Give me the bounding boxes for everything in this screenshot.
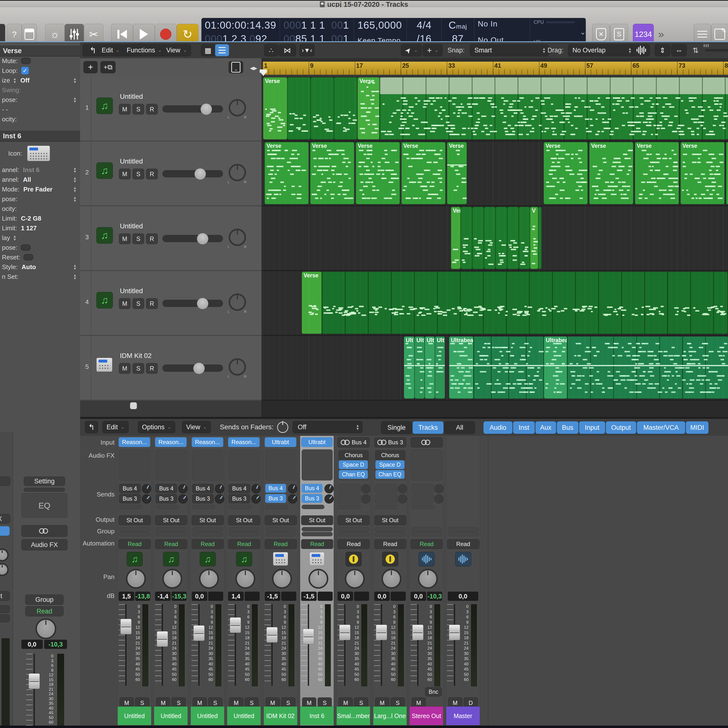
volume-fader[interactable] bbox=[229, 604, 242, 686]
catch-playhead-button[interactable]: ›▼‹ bbox=[300, 44, 315, 56]
track-param-row[interactable]: Style:Auto▲ ▼ bbox=[0, 262, 80, 272]
volume-fader[interactable] bbox=[301, 604, 315, 686]
midi-region[interactable]: Verse bbox=[358, 77, 380, 139]
edit-menu[interactable]: Edit⌄ bbox=[98, 44, 124, 56]
automation-mode-button[interactable]: Read bbox=[301, 539, 333, 549]
peak-value[interactable]: -15,3 bbox=[171, 592, 187, 601]
volume-fader[interactable] bbox=[448, 604, 461, 686]
audio-fx-box[interactable] bbox=[265, 450, 296, 480]
audio-fx-box[interactable] bbox=[119, 450, 150, 480]
channel-name-tile[interactable]: Untitled bbox=[154, 707, 188, 725]
record-enable-button[interactable]: R bbox=[146, 234, 158, 244]
solo-button[interactable]: S bbox=[133, 363, 144, 374]
mixer-channel-strip[interactable]: Reason...Bus 4Bus 3St OutRead♫1,5-13,803… bbox=[118, 436, 151, 726]
group-slot[interactable] bbox=[338, 527, 369, 531]
group-slot[interactable] bbox=[156, 527, 187, 531]
output-slot[interactable]: St Out bbox=[301, 515, 333, 525]
mixer-filter-aux[interactable]: Aux bbox=[535, 421, 556, 434]
region-param-value[interactable]: Off bbox=[20, 77, 30, 84]
midi-region[interactable] bbox=[726, 142, 728, 204]
group-slot[interactable] bbox=[301, 527, 333, 531]
volume-value[interactable]: -1,5 bbox=[301, 592, 317, 601]
send-slot[interactable]: Bus 4 bbox=[156, 484, 177, 493]
send-slot[interactable]: Bus 3 bbox=[229, 494, 250, 503]
pan-knob[interactable] bbox=[229, 99, 246, 116]
send-knob[interactable] bbox=[215, 484, 224, 493]
group-slot[interactable] bbox=[448, 527, 479, 531]
pan-knob[interactable] bbox=[345, 569, 365, 589]
bounce-button[interactable]: Bnc bbox=[425, 687, 442, 696]
audio-fx-box[interactable]: ChorusSpace DChan EQ bbox=[338, 450, 369, 480]
midi-region[interactable] bbox=[379, 77, 728, 139]
volume-value[interactable]: 0,0 bbox=[21, 640, 43, 649]
send-knob[interactable] bbox=[251, 484, 261, 493]
midi-region[interactable] bbox=[496, 207, 507, 269]
send-slot-empty[interactable] bbox=[411, 505, 434, 509]
track-param-row[interactable]: ocity: bbox=[0, 204, 80, 214]
fader-cap[interactable] bbox=[120, 619, 132, 634]
track-param-value[interactable]: 1 127 bbox=[21, 225, 37, 232]
mixer-filter-audio[interactable]: Audio bbox=[483, 421, 512, 434]
mixer-view-all[interactable]: All bbox=[444, 421, 475, 434]
audio-fx-slot[interactable]: Audio FX bbox=[21, 539, 67, 551]
pointer-tool-button[interactable]: ➤⌄ bbox=[401, 44, 422, 56]
cut-bar[interactable] bbox=[0, 605, 10, 613]
track-param-row[interactable]: Limit:C-2 G8 bbox=[0, 214, 80, 223]
track-param-value[interactable]: C-2 G8 bbox=[21, 215, 41, 222]
track-param-value[interactable]: Inst 6 bbox=[23, 166, 40, 174]
snap-dropdown[interactable]: Smart▲▼ bbox=[470, 44, 549, 56]
mixer-edit-menu[interactable]: Edit⌄ bbox=[102, 421, 128, 433]
volume-fader[interactable] bbox=[23, 654, 45, 726]
track-param-row[interactable]: Reset: bbox=[0, 252, 80, 262]
input-slot[interactable]: Ultrabt bbox=[301, 437, 333, 447]
cut-output-button[interactable]: t bbox=[0, 526, 10, 536]
cut-audio-fx-button[interactable]: X bbox=[0, 514, 10, 524]
arrange-area[interactable]: VerseVerseVerseVerseVerseVerseVerseVerse… bbox=[263, 75, 728, 401]
send-knob[interactable] bbox=[324, 494, 334, 503]
volume-value[interactable]: 0,0 bbox=[374, 592, 390, 601]
midi-region[interactable] bbox=[538, 207, 541, 269]
automation-mode-button[interactable]: Read bbox=[374, 539, 406, 549]
pan-knob[interactable] bbox=[35, 618, 56, 639]
loop-checkbox[interactable]: ✓ bbox=[21, 67, 29, 75]
audio-fx-plugin[interactable]: Chan EQ bbox=[339, 470, 368, 479]
track-header[interactable]: 5IDM Kit 02MSRLR bbox=[80, 336, 262, 401]
region-param-row[interactable]: pose:▲ ▼ bbox=[0, 95, 80, 105]
peak-value[interactable]: -10,3 bbox=[44, 640, 67, 649]
peak-value[interactable] bbox=[281, 592, 296, 601]
send-knob[interactable] bbox=[288, 484, 297, 493]
automation-mode-button[interactable]: Read bbox=[228, 539, 260, 549]
group-slot[interactable] bbox=[448, 532, 479, 536]
group-slot[interactable] bbox=[156, 532, 187, 536]
send-knob[interactable] bbox=[142, 484, 151, 493]
track-name[interactable]: Untitled bbox=[120, 287, 143, 295]
pan-knob[interactable] bbox=[236, 569, 255, 589]
record-enable-button[interactable]: R bbox=[146, 298, 158, 309]
toolbar-overflow-chevrons[interactable]: » bbox=[658, 28, 664, 40]
volume-fader[interactable] bbox=[265, 604, 279, 686]
input-slot[interactable]: Reason... bbox=[155, 437, 187, 447]
peak-value[interactable]: -10,3 bbox=[427, 592, 442, 601]
send-slot[interactable]: Bus 4 bbox=[229, 484, 250, 493]
sends-on-faders-power[interactable] bbox=[277, 422, 288, 434]
channel-name-tile[interactable]: Smal...mber bbox=[336, 707, 370, 725]
volume-fader[interactable] bbox=[338, 604, 352, 686]
send-knob[interactable] bbox=[178, 484, 188, 493]
midi-region[interactable] bbox=[310, 77, 334, 139]
group-slot[interactable] bbox=[229, 532, 260, 536]
mixer-channel-strip[interactable]: Read0,003691215182124303540455060MDMaste… bbox=[446, 436, 480, 726]
midi-region[interactable] bbox=[334, 77, 357, 139]
midi-region[interactable] bbox=[287, 77, 310, 139]
output-slot[interactable]: St Out bbox=[119, 515, 151, 525]
group-slot[interactable] bbox=[119, 527, 150, 531]
input-slot[interactable]: Reason... bbox=[192, 437, 223, 447]
audio-fx-plugin[interactable]: Chan EQ bbox=[375, 470, 405, 479]
peak-value[interactable] bbox=[245, 592, 260, 601]
audio-fx-box[interactable] bbox=[411, 450, 442, 480]
send-slot-empty[interactable] bbox=[119, 505, 142, 509]
audio-fx-box[interactable] bbox=[192, 450, 223, 480]
send-slot[interactable]: Bus 3 bbox=[119, 494, 141, 503]
peak-value[interactable] bbox=[208, 592, 223, 601]
mixer-channel-strip[interactable]: UltrabtBus 4Bus 3St OutRead-1,5036912151… bbox=[263, 436, 298, 726]
pan-knob[interactable] bbox=[199, 569, 219, 589]
